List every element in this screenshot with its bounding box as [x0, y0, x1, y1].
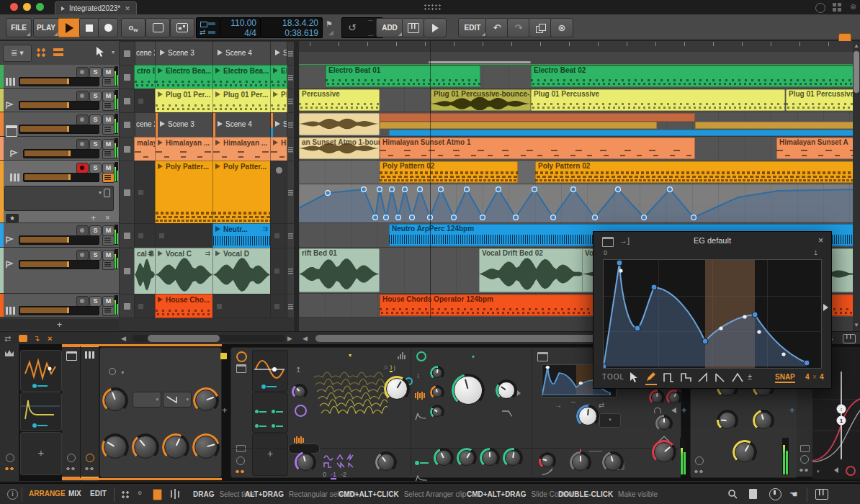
- filter-env-knob[interactable]: [430, 405, 444, 419]
- volume-handle[interactable]: [68, 174, 71, 180]
- empty-clip-slot[interactable]: [134, 161, 156, 224]
- remote-page-icon[interactable]: [800, 445, 810, 452]
- slope-marker-icon[interactable]: [517, 390, 521, 396]
- track-header[interactable]: SM: [0, 89, 119, 112]
- ramp-down-tool-icon[interactable]: [715, 372, 726, 384]
- headphone-icon[interactable]: [654, 408, 661, 415]
- scroll-down-arrow[interactable]: ▼: [854, 322, 859, 328]
- launcher-clip[interactable]: Plug: [270, 89, 287, 113]
- timeline-clock-icon[interactable]: [86, 454, 94, 462]
- timeline-clock-icon[interactable]: [67, 454, 76, 462]
- scene-name[interactable]: Scene 4: [218, 49, 252, 58]
- punch-out-icon[interactable]: ◢: [328, 29, 333, 36]
- metronome-status-icon[interactable]: [769, 488, 781, 500]
- feg-knob-a[interactable]: [434, 448, 454, 468]
- filter-resonance-knob[interactable]: [496, 379, 517, 401]
- timeline-clock-icon[interactable]: [6, 454, 14, 462]
- speaker-icon[interactable]: [671, 408, 676, 413]
- expression-slot[interactable]: [255, 417, 271, 430]
- volume-handle[interactable]: [67, 78, 69, 84]
- modulation-dots-icon[interactable]: [4, 467, 14, 471]
- mute-button[interactable]: M: [102, 67, 115, 78]
- mute-button[interactable]: M: [102, 296, 115, 307]
- scene-header-cell[interactable]: Scene 3: [155, 41, 213, 66]
- scene-header-cell[interactable]: cene 2: [134, 41, 156, 66]
- chorus-knob-depth[interactable]: [753, 410, 774, 431]
- power-button[interactable]: [846, 466, 856, 476]
- preview-play-icon[interactable]: [823, 304, 828, 311]
- pin-icon[interactable]: [104, 189, 110, 197]
- launcher-clip[interactable]: Electro Bea...: [155, 65, 213, 89]
- arranger-clip[interactable]: Vocal Drift Bed 02: [479, 248, 585, 292]
- display-profile-button[interactable]: [170, 18, 194, 37]
- ruler-bar-row[interactable]: [299, 52, 860, 65]
- volume-handle[interactable]: [67, 102, 69, 108]
- close-window-button[interactable]: [10, 3, 18, 11]
- clip-stop-button[interactable]: [119, 65, 135, 89]
- remote-knob-output[interactable]: [192, 433, 220, 461]
- solo-button[interactable]: S: [89, 139, 102, 150]
- scene-name[interactable]: Scene 4: [218, 120, 252, 130]
- launcher-clip[interactable]: Electro Bea...: [212, 65, 271, 89]
- clip-panel-icon[interactable]: [153, 489, 162, 500]
- record-button[interactable]: [98, 18, 118, 37]
- listen-icon[interactable]: [834, 467, 838, 473]
- launcher-scroll-right[interactable]: ▶: [287, 335, 292, 342]
- volume-slider[interactable]: [19, 306, 99, 315]
- solo-button[interactable]: S: [89, 91, 102, 102]
- expression-slot[interactable]: [272, 417, 287, 430]
- bend-icon[interactable]: ⟩: [390, 364, 392, 372]
- metronome-button[interactable]: [145, 18, 170, 37]
- modulation-dots-icon[interactable]: [799, 468, 809, 472]
- glide-knob[interactable]: [602, 451, 624, 473]
- arranger-clip[interactable]: Plug 01 Percussive: [786, 89, 860, 111]
- add-modulator-button[interactable]: +: [20, 432, 62, 475]
- wavetable-mod-knob[interactable]: [292, 384, 308, 400]
- redo-button[interactable]: ↷: [507, 18, 530, 37]
- performance-icon[interactable]: [815, 3, 825, 13]
- arranger-clip[interactable]: Himalayan Sunset Atmo 1: [380, 138, 695, 159]
- pencil-tool-icon[interactable]: [645, 371, 657, 385]
- track-name[interactable]: [7, 295, 73, 305]
- segments-rate-knob[interactable]: [576, 405, 599, 428]
- scene-header-cell[interactable]: Scene 3: [155, 112, 213, 138]
- mute-button[interactable]: M: [102, 114, 115, 125]
- touch-cursor-icon[interactable]: ☚: [789, 489, 798, 500]
- track-name[interactable]: [7, 114, 73, 123]
- voice-pan-knob[interactable]: [649, 390, 665, 405]
- ruler-time-row[interactable]: [299, 41, 860, 53]
- stop-button[interactable]: [79, 18, 99, 37]
- empty-clip-slot[interactable]: [270, 294, 287, 318]
- clip-stop-button[interactable]: [119, 294, 135, 318]
- record-arm-button[interactable]: [76, 139, 89, 150]
- clip-stop-button[interactable]: [119, 137, 135, 161]
- minimize-window-button[interactable]: [23, 3, 31, 11]
- play-button[interactable]: [58, 18, 81, 37]
- arranger-clip[interactable]: an Sunset Atmo 1-bounce-1: [299, 138, 380, 159]
- arranger-clip[interactable]: Percussive: [299, 89, 380, 111]
- pulse-tool-icon[interactable]: [663, 372, 674, 384]
- pointer-tool-icon[interactable]: [628, 372, 640, 384]
- filter-cutoff-knob[interactable]: [452, 374, 485, 407]
- clip-stop-button[interactable]: [119, 248, 135, 294]
- track-header[interactable]: SM: [0, 248, 119, 294]
- volume-slider[interactable]: [19, 77, 99, 86]
- track-name[interactable]: [12, 162, 78, 171]
- solo-button[interactable]: S: [89, 250, 102, 261]
- launcher-clip[interactable]: malayan ...: [134, 137, 156, 161]
- arranger-clip[interactable]: Electro Beat 01: [326, 66, 480, 87]
- modulation-dots-icon[interactable]: [694, 469, 704, 474]
- folder-icon[interactable]: [537, 352, 548, 361]
- sub-octave-option[interactable]: 0: [323, 471, 326, 478]
- filter-keytrack-knob[interactable]: [430, 385, 444, 400]
- arranger-clip[interactable]: Plug 01 Percussive-bounce-1: [431, 89, 531, 111]
- ramp-up-tool-icon[interactable]: [697, 372, 709, 384]
- add-menu-button[interactable]: ADD: [376, 18, 403, 37]
- eq-channel-select[interactable]: ▾: [817, 467, 820, 474]
- volume-handle[interactable]: [68, 150, 71, 156]
- grid-view-icon[interactable]: [36, 48, 46, 57]
- power-button[interactable]: [236, 351, 247, 362]
- launcher-clip[interactable]: Him: [270, 137, 287, 161]
- info-icon[interactable]: i: [7, 489, 18, 500]
- remote-knob-oscs-noise[interactable]: [193, 387, 219, 413]
